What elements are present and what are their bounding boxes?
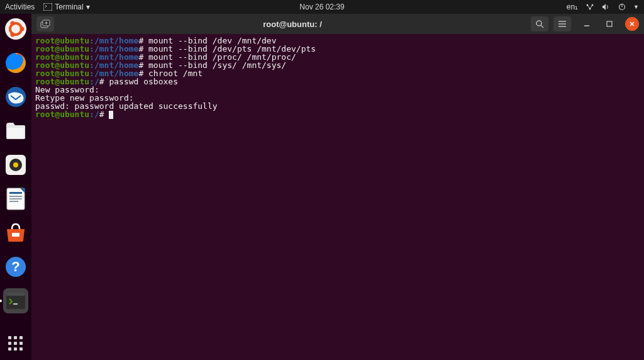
new-tab-icon — [40, 20, 50, 28]
terminal-line: root@ubuntu:/# — [35, 110, 640, 118]
window-title: root@ubuntu: / — [59, 20, 526, 29]
search-icon — [535, 20, 544, 28]
input-language[interactable]: en₁ — [567, 3, 578, 11]
help-icon[interactable]: ? — [3, 254, 28, 279]
terminal-icon[interactable] — [3, 288, 28, 313]
rhythmbox-icon[interactable] — [3, 152, 28, 177]
svg-point-9 — [11, 21, 15, 26]
minimize-button[interactable] — [580, 17, 594, 31]
dock: ? — [0, 14, 31, 360]
close-icon — [629, 21, 635, 27]
svg-line-34 — [541, 25, 543, 28]
minimize-icon — [584, 21, 590, 27]
terminal-window: root@ubuntu: / root@ubuntu:/mnt/home# mo… — [31, 14, 644, 360]
terminal-line: root@ubuntu:/# passwd osboxes — [35, 77, 640, 86]
activities-button[interactable]: Activities — [5, 3, 35, 11]
app-menu[interactable]: Terminal ▾ — [43, 3, 89, 11]
terminal-mini-icon — [43, 3, 52, 11]
show-applications-icon[interactable] — [8, 336, 23, 351]
svg-rect-27 — [6, 293, 25, 296]
firefox-icon[interactable] — [3, 50, 28, 76]
svg-point-10 — [11, 33, 15, 37]
thunderbird-icon[interactable] — [3, 84, 28, 110]
titlebar: root@ubuntu: / — [31, 14, 644, 34]
cursor — [109, 111, 113, 119]
ubuntu-logo-icon[interactable] — [3, 16, 28, 42]
maximize-button[interactable] — [602, 17, 616, 31]
svg-rect-20 — [9, 198, 22, 200]
chevron-down-icon[interactable]: ▼ — [633, 4, 639, 10]
network-icon[interactable] — [586, 3, 594, 11]
svg-rect-0 — [43, 3, 52, 11]
new-tab-button[interactable] — [36, 16, 54, 31]
svg-point-8 — [20, 27, 25, 31]
maximize-icon — [606, 21, 613, 27]
close-button[interactable] — [625, 17, 639, 31]
svg-text:?: ? — [11, 259, 19, 274]
terminal-output[interactable]: root@ubuntu:/mnt/home# mount --bind /dev… — [31, 34, 644, 360]
terminal-line: passwd: password updated successfully — [35, 102, 640, 110]
svg-rect-18 — [9, 192, 22, 194]
libreoffice-writer-icon[interactable] — [3, 186, 28, 211]
volume-icon[interactable] — [602, 3, 611, 11]
files-icon[interactable] — [3, 118, 28, 143]
search-button[interactable] — [531, 16, 548, 31]
svg-point-33 — [536, 21, 541, 26]
hamburger-icon — [558, 20, 567, 28]
svg-rect-21 — [9, 201, 18, 202]
svg-rect-19 — [9, 196, 22, 197]
clock[interactable]: Nov 26 02:39 — [299, 3, 344, 11]
chevron-down-icon: ▾ — [86, 3, 90, 11]
svg-rect-39 — [607, 21, 612, 26]
svg-point-16 — [13, 162, 18, 167]
software-store-icon[interactable] — [3, 220, 28, 245]
app-menu-label: Terminal — [55, 3, 83, 11]
hamburger-menu-button[interactable] — [553, 16, 571, 31]
power-icon[interactable] — [618, 3, 626, 11]
svg-rect-13 — [8, 128, 24, 138]
svg-rect-23 — [12, 233, 19, 237]
gnome-topbar: Activities Terminal ▾ Nov 26 02:39 en₁ ▼ — [0, 0, 644, 14]
